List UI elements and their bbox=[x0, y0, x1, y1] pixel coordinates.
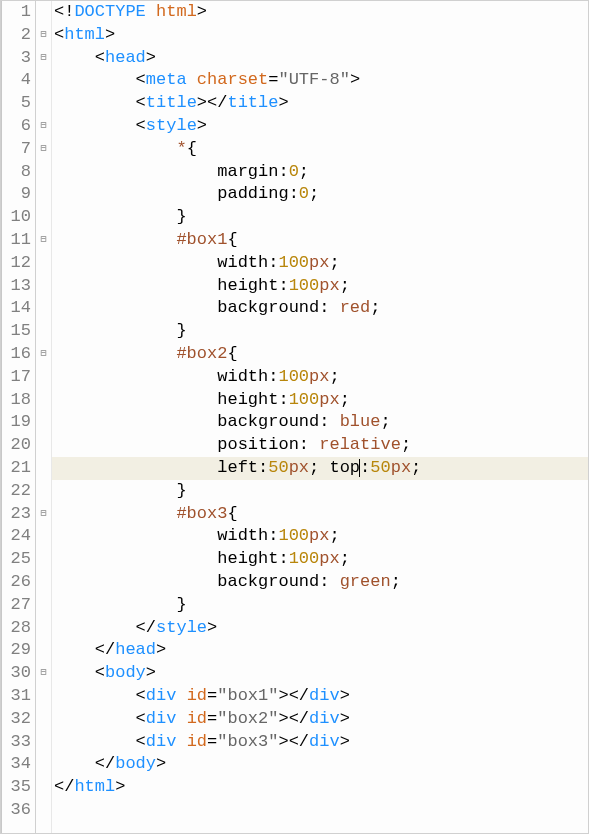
token: </ bbox=[54, 640, 115, 659]
code-line[interactable]: </style> bbox=[52, 617, 588, 640]
line-number: 21 bbox=[2, 457, 31, 480]
token: </ bbox=[54, 777, 74, 796]
token: * bbox=[176, 139, 186, 158]
token: height: bbox=[54, 276, 289, 295]
token: id bbox=[187, 709, 207, 728]
code-line[interactable]: <div id="box3"></div> bbox=[52, 731, 588, 754]
code-line[interactable]: } bbox=[52, 320, 588, 343]
token bbox=[176, 709, 186, 728]
token: > bbox=[340, 732, 350, 751]
code-editor[interactable]: 1234567891011121314151617181920212223242… bbox=[0, 0, 589, 834]
token: 100 bbox=[289, 390, 320, 409]
fold-marker bbox=[36, 297, 51, 320]
code-line[interactable]: #box3{ bbox=[52, 503, 588, 526]
token: #box1 bbox=[176, 230, 227, 249]
token: ; bbox=[299, 162, 309, 181]
token: = bbox=[207, 686, 217, 705]
code-line[interactable]: <!DOCTYPE html> bbox=[52, 1, 588, 24]
code-line[interactable]: height:100px; bbox=[52, 275, 588, 298]
token: px bbox=[309, 367, 329, 386]
fold-marker[interactable]: ⊟ bbox=[36, 662, 51, 685]
fold-marker[interactable]: ⊟ bbox=[36, 138, 51, 161]
token: 0 bbox=[289, 162, 299, 181]
token bbox=[54, 139, 176, 158]
fold-marker[interactable]: ⊟ bbox=[36, 24, 51, 47]
line-number: 11 bbox=[2, 229, 31, 252]
code-line[interactable]: </body> bbox=[52, 753, 588, 776]
code-line[interactable] bbox=[52, 799, 588, 822]
code-line[interactable]: margin:0; bbox=[52, 161, 588, 184]
code-line[interactable]: #box2{ bbox=[52, 343, 588, 366]
token: blue bbox=[340, 412, 381, 431]
fold-marker bbox=[36, 411, 51, 434]
fold-marker bbox=[36, 708, 51, 731]
token: head bbox=[115, 640, 156, 659]
token: } bbox=[54, 207, 187, 226]
code-line[interactable]: } bbox=[52, 594, 588, 617]
token: 0 bbox=[299, 184, 309, 203]
code-line[interactable]: <title></title> bbox=[52, 92, 588, 115]
code-line[interactable]: width:100px; bbox=[52, 252, 588, 275]
code-line[interactable]: position: relative; bbox=[52, 434, 588, 457]
line-number: 5 bbox=[2, 92, 31, 115]
token: "box3" bbox=[217, 732, 278, 751]
token: px bbox=[319, 276, 339, 295]
code-line[interactable]: left:50px; top:50px; bbox=[52, 457, 588, 480]
code-line[interactable]: width:100px; bbox=[52, 525, 588, 548]
token bbox=[146, 2, 156, 21]
code-line[interactable]: </html> bbox=[52, 776, 588, 799]
code-line[interactable]: <style> bbox=[52, 115, 588, 138]
code-line[interactable]: <body> bbox=[52, 662, 588, 685]
code-line[interactable]: background: green; bbox=[52, 571, 588, 594]
token: body bbox=[115, 754, 156, 773]
fold-marker bbox=[36, 776, 51, 799]
code-line[interactable]: </head> bbox=[52, 639, 588, 662]
line-number: 13 bbox=[2, 275, 31, 298]
code-line[interactable]: height:100px; bbox=[52, 389, 588, 412]
code-area[interactable]: <!DOCTYPE html><html> <head> <meta chars… bbox=[52, 1, 588, 833]
code-line[interactable]: *{ bbox=[52, 138, 588, 161]
line-number: 14 bbox=[2, 297, 31, 320]
code-line[interactable]: <meta charset="UTF-8"> bbox=[52, 69, 588, 92]
code-line[interactable]: } bbox=[52, 480, 588, 503]
code-line[interactable]: #box1{ bbox=[52, 229, 588, 252]
token bbox=[176, 732, 186, 751]
token: div bbox=[309, 709, 340, 728]
code-line[interactable]: background: red; bbox=[52, 297, 588, 320]
fold-marker bbox=[36, 366, 51, 389]
fold-marker[interactable]: ⊟ bbox=[36, 229, 51, 252]
code-line[interactable]: <div id="box1"></div> bbox=[52, 685, 588, 708]
line-number: 30 bbox=[2, 662, 31, 685]
code-line[interactable]: width:100px; bbox=[52, 366, 588, 389]
token: div bbox=[146, 686, 177, 705]
code-line[interactable]: background: blue; bbox=[52, 411, 588, 434]
token: < bbox=[54, 48, 105, 67]
token: green bbox=[340, 572, 391, 591]
code-line[interactable]: <html> bbox=[52, 24, 588, 47]
code-line[interactable]: padding:0; bbox=[52, 183, 588, 206]
code-line[interactable]: } bbox=[52, 206, 588, 229]
token: ></ bbox=[278, 732, 309, 751]
code-line[interactable]: height:100px; bbox=[52, 548, 588, 571]
token: ; bbox=[370, 298, 380, 317]
token: < bbox=[54, 732, 146, 751]
token: ; bbox=[340, 549, 350, 568]
fold-marker[interactable]: ⊟ bbox=[36, 343, 51, 366]
line-number: 16 bbox=[2, 343, 31, 366]
fold-marker[interactable]: ⊟ bbox=[36, 503, 51, 526]
token: } bbox=[54, 595, 187, 614]
token: > bbox=[115, 777, 125, 796]
fold-column[interactable]: ⊟⊟⊟⊟⊟⊟⊟⊟ bbox=[36, 1, 52, 833]
fold-marker[interactable]: ⊟ bbox=[36, 115, 51, 138]
fold-marker[interactable]: ⊟ bbox=[36, 47, 51, 70]
token: ; bbox=[340, 390, 350, 409]
line-number: 26 bbox=[2, 571, 31, 594]
token: div bbox=[309, 686, 340, 705]
code-line[interactable]: <head> bbox=[52, 47, 588, 70]
token: } bbox=[54, 481, 187, 500]
token: ; bbox=[309, 184, 319, 203]
code-line[interactable]: <div id="box2"></div> bbox=[52, 708, 588, 731]
token: "UTF-8" bbox=[278, 70, 349, 89]
token: ; bbox=[329, 367, 339, 386]
token: = bbox=[207, 732, 217, 751]
